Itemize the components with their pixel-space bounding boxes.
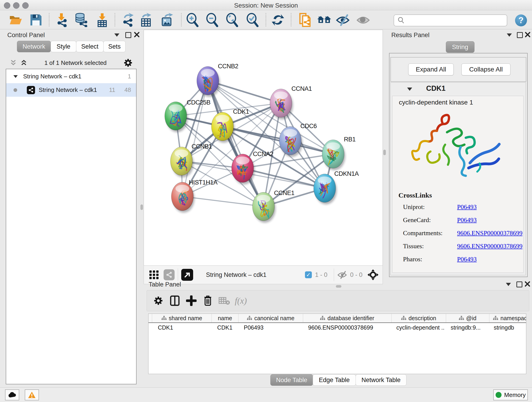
title-bar: Session: New Session [0,0,532,10]
crosslink-link[interactable]: P06493 [457,216,477,224]
network-overview-icon[interactable] [164,269,175,280]
memory-button[interactable]: Memory [493,389,528,400]
node-CCNE1[interactable]: CCNE1 [253,190,294,223]
node-table[interactable]: shared namenamecanonical namedatabase id… [148,313,526,374]
grid-view-icon[interactable] [149,269,159,280]
selected-nodes-checkbox[interactable]: ✓ [305,271,312,278]
close-panel-icon[interactable] [134,32,140,38]
table-cell[interactable]: P06493 [238,323,302,332]
float-panel-icon[interactable] [125,32,131,38]
node-CDC6[interactable]: CDC6 [279,123,317,157]
crosslink-link[interactable]: 9606.ENSP00000378699 [457,242,522,250]
bottom-splitter-handle[interactable] [336,285,341,288]
table-row[interactable]: CDK1CDK1P064939606.ENSP00000378699cyclin… [148,323,526,332]
warning-button[interactable] [25,389,39,400]
zoom-out-icon[interactable] [205,13,220,27]
column-header-name[interactable]: name [212,314,239,322]
export-image-icon[interactable] [159,13,174,27]
node-RB1[interactable]: RB1 [322,136,355,170]
panel-menu-icon[interactable] [507,33,512,37]
open-file-icon[interactable] [8,13,23,27]
import-network-from-database-icon[interactable] [74,13,89,27]
toolbar-separator [266,13,266,26]
fit-content-icon[interactable] [225,13,239,27]
apply-preferred-layout-icon[interactable] [271,13,285,27]
tab-network-table[interactable]: Network Table [355,374,406,386]
panel-menu-icon[interactable] [114,33,119,37]
node-CDC25B[interactable]: CDC25B [165,99,210,132]
node-CCNA1[interactable]: CCNA1 [270,85,312,119]
panel-menu-icon[interactable] [506,283,511,286]
crosslink-link[interactable]: P06493 [457,255,477,263]
network-canvas[interactable]: CCNB2CCNA1CDC25BCDK1CDC6RB1CCNB1CCNA2CDK… [144,30,383,266]
tab-style[interactable]: Style [51,41,76,52]
hidden-eye-icon[interactable] [337,270,347,279]
tab-edge-table[interactable]: Edge Table [313,374,356,386]
show-columns-icon[interactable] [167,293,183,308]
node-HIST1H1A[interactable]: HIST1H1A [171,179,218,213]
column-type-icon [401,316,406,320]
expand-all-button[interactable]: Expand All [408,64,454,75]
edge-CCNB2-CCNE1[interactable] [208,81,264,206]
network-row-selected[interactable]: String Network – cdk1 11 48 [6,83,136,97]
table-cell[interactable]: 9606.ENSP00000378699 [302,323,390,332]
node-CDKN1A[interactable]: CDKN1A [314,170,359,204]
help-button[interactable]: ? [515,14,527,26]
save-session-icon[interactable] [29,13,43,27]
close-panel-icon[interactable] [525,281,530,287]
column-header-namespac[interactable]: namespac [489,314,526,322]
table-cell[interactable]: stringdb:9... [445,323,488,332]
zoom-in-icon[interactable] [185,13,200,27]
export-network-icon[interactable] [121,13,135,27]
table-settings-gear-icon[interactable] [150,293,167,308]
column-header-database-identifier[interactable]: database identifier [303,314,392,322]
collapse-entry-icon[interactable] [407,88,412,91]
close-panel-icon[interactable] [525,32,531,38]
float-panel-icon[interactable] [516,281,522,287]
collapse-all-icon[interactable] [10,59,17,66]
delete-column-trash-icon[interactable] [200,293,216,308]
node-CCNB2[interactable]: CCNB2 [197,63,238,97]
crosslink-link[interactable]: 9606.ENSP00000378699 [457,230,522,237]
edge-HIST1H1A-CCNE1[interactable] [182,196,264,206]
column-header-canonical-name[interactable]: canonical name [239,314,303,322]
node-CCNA2[interactable]: CCNA2 [232,151,273,185]
right-splitter-handle[interactable] [383,150,386,155]
import-network-from-file-icon[interactable] [55,13,69,27]
first-neighbors-icon[interactable] [317,13,331,27]
collapse-all-button[interactable]: Collapse All [462,64,510,75]
table-cell[interactable]: cyclin-dependent ... [390,323,445,332]
new-network-from-selection-icon[interactable] [298,13,313,27]
import-table-from-file-icon[interactable] [95,13,109,27]
show-all-icon[interactable] [356,13,371,27]
add-column-icon[interactable] [183,293,200,308]
network-collection-row[interactable]: String Network – cdk1 1 [6,70,136,83]
crosslink-link[interactable]: P06493 [457,203,477,211]
tab-select[interactable]: Select [76,41,104,52]
column-header--id[interactable]: @id [446,314,489,322]
tab-network[interactable]: Network [17,41,51,52]
tab-node-table[interactable]: Node Table [270,374,313,386]
zoom-selected-icon[interactable] [245,13,260,27]
birds-eye-icon[interactable] [367,269,379,281]
node-CCNB1[interactable]: CCNB1 [171,143,212,177]
expand-all-icon[interactable] [20,59,27,66]
tab-string[interactable]: String [446,41,475,53]
search-input[interactable] [394,14,507,26]
collapse-triangle-icon[interactable] [13,75,18,78]
export-table-icon[interactable] [138,13,153,27]
gear-icon[interactable] [124,58,133,67]
hide-selected-icon[interactable] [336,13,350,27]
detach-view-icon[interactable] [181,269,193,281]
column-header-shared-name[interactable]: shared name [152,314,212,322]
column-header-description[interactable]: description [392,314,446,322]
cloud-button[interactable] [5,389,19,400]
table-cell[interactable]: CDK1 [211,323,238,332]
table-cell[interactable]: CDK1 [152,323,211,332]
collection-label: String Network – cdk1 [23,73,128,80]
table-cell[interactable]: stringdb [488,323,526,332]
left-splitter-handle[interactable] [140,204,143,210]
float-panel-icon[interactable] [517,32,523,38]
network-type-icon [27,86,35,94]
tab-sets[interactable]: Sets [103,41,126,52]
